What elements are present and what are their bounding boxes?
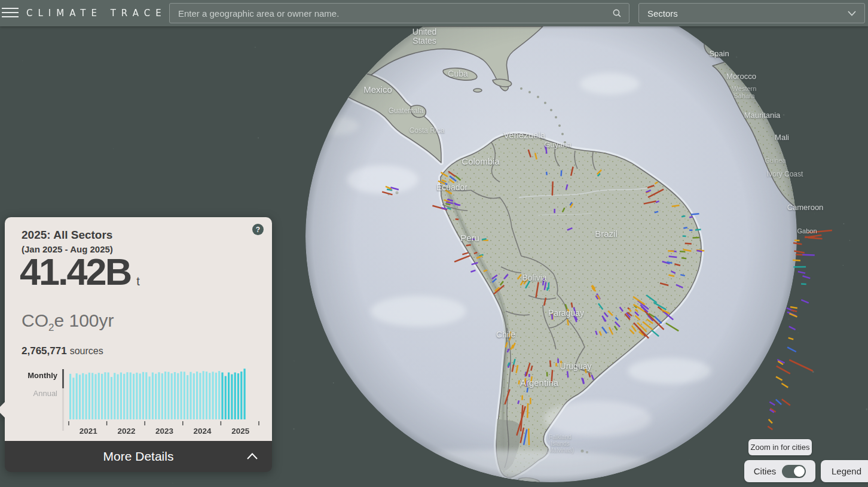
chart-bar[interactable] xyxy=(117,375,119,419)
emission-marker[interactable] xyxy=(683,236,686,236)
search-input[interactable] xyxy=(170,8,612,19)
emission-marker[interactable] xyxy=(528,428,529,445)
emission-marker[interactable] xyxy=(550,360,551,367)
chart-bar[interactable] xyxy=(164,372,166,419)
chart-bar[interactable] xyxy=(104,372,106,419)
chart-bar[interactable] xyxy=(237,373,239,419)
emission-marker[interactable] xyxy=(668,251,674,251)
chart-bar[interactable] xyxy=(206,372,207,419)
chart-bar[interactable] xyxy=(167,372,169,419)
emission-marker[interactable] xyxy=(527,403,528,418)
emission-marker[interactable] xyxy=(680,251,685,252)
chart-bar[interactable] xyxy=(190,372,191,419)
emission-marker[interactable] xyxy=(689,217,692,217)
chart-bar[interactable] xyxy=(228,373,230,419)
chart-bar[interactable] xyxy=(209,373,210,419)
chart-bar[interactable] xyxy=(149,376,151,419)
emission-marker[interactable] xyxy=(456,219,459,220)
chart-bar[interactable] xyxy=(161,373,163,419)
emission-marker[interactable] xyxy=(680,275,685,276)
chart-bar[interactable] xyxy=(181,372,182,419)
emission-marker[interactable] xyxy=(696,251,702,252)
emission-marker[interactable] xyxy=(567,371,568,378)
emission-marker[interactable] xyxy=(667,262,672,263)
chart-bar[interactable] xyxy=(225,376,227,419)
chart-bar[interactable] xyxy=(94,374,96,419)
chart-bar[interactable] xyxy=(218,371,220,419)
emission-marker[interactable] xyxy=(571,303,572,308)
chart-bar[interactable] xyxy=(196,372,198,419)
chart-bar[interactable] xyxy=(85,375,87,419)
chart-bar[interactable] xyxy=(123,374,125,419)
emission-marker[interactable] xyxy=(519,381,519,385)
chart-bar[interactable] xyxy=(126,372,128,419)
chart-bar[interactable] xyxy=(145,372,147,419)
chart-bar[interactable] xyxy=(212,372,214,419)
chart-bar[interactable] xyxy=(69,374,71,419)
chart-bar[interactable] xyxy=(139,373,141,419)
emission-marker[interactable] xyxy=(527,388,528,392)
toggle-annual[interactable]: Annual xyxy=(5,389,57,398)
emission-marker[interactable] xyxy=(793,260,800,261)
chart-bar[interactable] xyxy=(98,373,100,419)
emissions-bar-chart[interactable]: 20212022202320242025 xyxy=(68,367,269,437)
emission-marker[interactable] xyxy=(483,240,488,241)
chart-bar[interactable] xyxy=(234,373,236,419)
chart-bar[interactable] xyxy=(101,374,103,419)
emission-marker[interactable] xyxy=(802,255,815,255)
chart-bar[interactable] xyxy=(76,373,78,419)
emission-marker[interactable] xyxy=(695,230,701,230)
chart-bar[interactable] xyxy=(199,373,201,419)
chart-bar[interactable] xyxy=(203,371,204,419)
toggle-monthly[interactable]: Monthly xyxy=(5,371,57,380)
help-icon[interactable]: ? xyxy=(252,224,264,235)
emission-marker[interactable] xyxy=(681,258,686,258)
chart-bar[interactable] xyxy=(136,373,137,419)
bar-chart-svg[interactable]: 20212022202320242025 xyxy=(68,367,269,437)
chart-bar[interactable] xyxy=(231,375,233,419)
emission-marker[interactable] xyxy=(482,239,487,239)
chart-bar[interactable] xyxy=(171,373,173,419)
chart-bar[interactable] xyxy=(193,373,195,419)
emission-marker[interactable] xyxy=(685,244,692,244)
emission-marker[interactable] xyxy=(547,288,548,291)
chart-bar[interactable] xyxy=(155,374,157,419)
emission-marker[interactable] xyxy=(693,238,699,238)
chart-bar[interactable] xyxy=(184,372,185,419)
chart-bar[interactable] xyxy=(88,373,90,419)
chart-bar[interactable] xyxy=(79,375,81,419)
emission-marker[interactable] xyxy=(669,256,677,257)
chart-bar[interactable] xyxy=(82,373,84,419)
chart-bar[interactable] xyxy=(111,377,112,419)
emission-marker[interactable] xyxy=(518,400,519,404)
emission-marker[interactable] xyxy=(681,216,685,217)
chart-bar[interactable] xyxy=(158,372,160,419)
chart-bar[interactable] xyxy=(152,373,154,419)
emission-marker[interactable] xyxy=(546,172,547,175)
emission-marker[interactable] xyxy=(455,204,460,205)
chart-bar[interactable] xyxy=(215,373,217,419)
emission-marker[interactable] xyxy=(655,212,658,213)
chart-bar[interactable] xyxy=(174,372,176,419)
emission-marker[interactable] xyxy=(683,227,687,228)
chart-bar[interactable] xyxy=(221,373,223,419)
emission-marker[interactable] xyxy=(796,254,803,255)
search-icon[interactable] xyxy=(612,8,622,18)
chart-bar[interactable] xyxy=(91,373,93,419)
chart-bar[interactable] xyxy=(240,372,242,419)
emission-marker[interactable] xyxy=(552,181,553,196)
legend-button[interactable]: Legend xyxy=(821,460,868,482)
chart-bar[interactable] xyxy=(120,373,122,419)
chart-bar[interactable] xyxy=(130,373,132,419)
cities-toggle-button[interactable]: Cities xyxy=(744,460,815,482)
emission-marker[interactable] xyxy=(561,171,562,176)
chart-bar[interactable] xyxy=(108,373,109,419)
emission-marker[interactable] xyxy=(448,193,451,194)
sectors-dropdown[interactable]: Sectors xyxy=(638,3,865,23)
emission-marker[interactable] xyxy=(567,319,568,325)
cities-toggle-switch[interactable] xyxy=(782,465,806,478)
more-details-button[interactable]: More Details xyxy=(5,441,272,472)
chart-bar[interactable] xyxy=(114,373,115,419)
chart-bar[interactable] xyxy=(72,378,74,419)
chart-bar[interactable] xyxy=(177,373,179,419)
